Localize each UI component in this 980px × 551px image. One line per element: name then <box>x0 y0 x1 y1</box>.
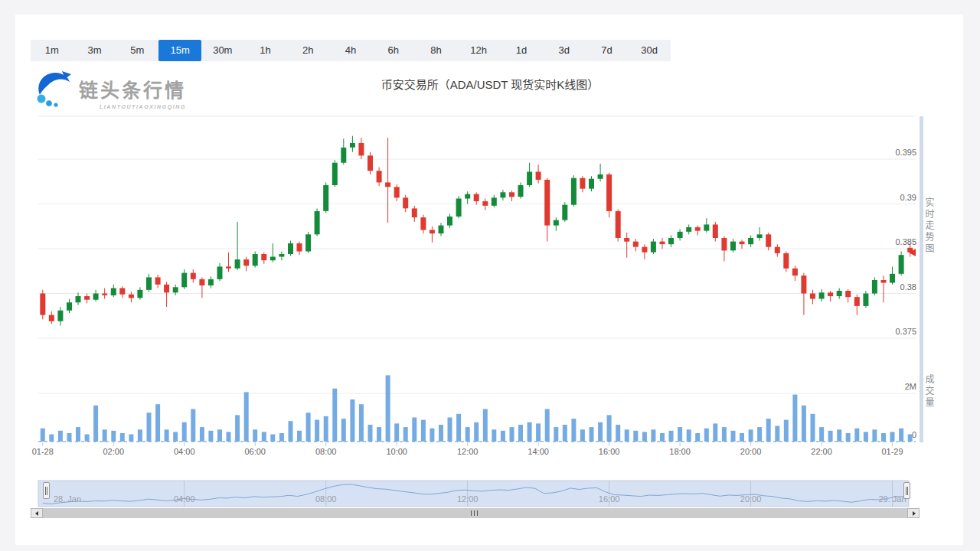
x-axis-label: 02:00 <box>89 447 138 456</box>
y-axis-label: 0.39 <box>871 193 916 202</box>
page-title: 币安交易所（ADA/USDT 现货实时K线图） <box>0 76 980 92</box>
navigator-handle-right[interactable] <box>903 482 910 499</box>
navigator-label: 08:00 <box>299 494 353 504</box>
x-axis-label: 12:00 <box>443 447 492 456</box>
volume-pane-label: 成交量 <box>923 374 936 409</box>
volume-axis-label: 0 <box>871 430 916 439</box>
interval-toolbar: 1m3m5m15m30m1h2h4h6h8h12h1d3d7d30d <box>31 40 671 61</box>
x-axis-label: 20:00 <box>727 447 776 456</box>
y-axis-label: 0.385 <box>871 237 916 246</box>
navigator-handle-left[interactable] <box>43 482 50 499</box>
interval-button-2h[interactable]: 2h <box>286 40 329 61</box>
navigator-label: 16:00 <box>583 494 636 504</box>
x-axis-label: 10:00 <box>372 447 421 456</box>
x-axis-label: 01-28 <box>18 447 67 456</box>
interval-button-3d[interactable]: 3d <box>543 40 586 61</box>
navigator-label: 04:00 <box>158 494 211 504</box>
x-axis-label: 22:00 <box>797 447 846 456</box>
scrollbar-left-button[interactable] <box>31 508 43 518</box>
interval-button-4h[interactable]: 4h <box>329 40 372 61</box>
x-axis-label: 08:00 <box>302 447 351 456</box>
y-axis-label: 0.38 <box>871 282 916 292</box>
navigator-label: 28. Jan <box>54 494 107 504</box>
interval-button-5m[interactable]: 5m <box>116 40 158 61</box>
interval-button-1d[interactable]: 1d <box>500 40 543 61</box>
navigator-label: 20:00 <box>724 494 778 504</box>
y-axis-label: 0.395 <box>871 148 916 157</box>
scrollbar-grip[interactable] <box>471 510 479 516</box>
interval-button-3m[interactable]: 3m <box>74 40 116 61</box>
x-axis-label: 04:00 <box>160 447 209 456</box>
navigator-label: 12:00 <box>441 494 495 504</box>
price-pane-label: 实时走势图 <box>923 197 936 255</box>
navigator-label: 29. Jan <box>866 494 920 504</box>
interval-button-1h[interactable]: 1h <box>244 40 287 61</box>
x-axis-label: 06:00 <box>230 447 279 456</box>
x-axis-label: 16:00 <box>585 447 634 456</box>
interval-button-15m[interactable]: 15m <box>158 40 201 61</box>
interval-button-1m[interactable]: 1m <box>31 40 74 61</box>
interval-button-12h[interactable]: 12h <box>457 40 500 61</box>
logo-subtext: LIANTOUTIAOXINGQING <box>79 104 186 109</box>
interval-button-30d[interactable]: 30d <box>628 40 671 61</box>
x-axis-label: 18:00 <box>655 447 704 456</box>
volume-axis-label: 2M <box>871 382 916 391</box>
interval-button-6h[interactable]: 6h <box>372 40 415 61</box>
x-axis-label: 14:00 <box>514 447 563 456</box>
interval-button-8h[interactable]: 8h <box>415 40 458 61</box>
scrollbar-right-button[interactable] <box>907 508 920 518</box>
y-axis-label: 0.375 <box>871 327 916 336</box>
x-axis-label: 01-29 <box>868 447 917 456</box>
interval-button-30m[interactable]: 30m <box>201 40 244 61</box>
interval-button-7d[interactable]: 7d <box>586 40 629 61</box>
